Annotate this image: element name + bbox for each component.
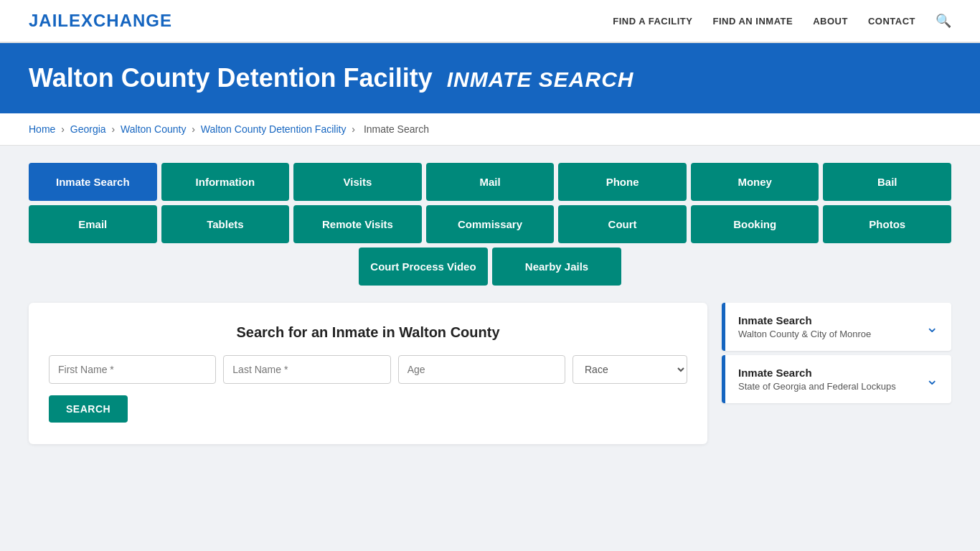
chevron-down-icon: ⌄ bbox=[925, 318, 938, 336]
last-name-input[interactable] bbox=[223, 355, 390, 384]
btn-money[interactable]: Money bbox=[691, 163, 819, 201]
nav-find-inmate[interactable]: FIND AN INMATE bbox=[712, 16, 793, 27]
inmate-search-panel: Search for an Inmate in Walton County Ra… bbox=[29, 303, 707, 444]
btn-booking[interactable]: Booking bbox=[691, 205, 819, 243]
btn-visits[interactable]: Visits bbox=[293, 163, 422, 201]
sidebar-card-walton[interactable]: Inmate Search Walton County & City of Mo… bbox=[722, 303, 951, 351]
nav-contact[interactable]: CONTACT bbox=[868, 16, 915, 27]
site-logo[interactable]: JAILEXCHANGE bbox=[29, 11, 172, 31]
page-title-main: Walton County Detention Facility bbox=[29, 63, 433, 93]
button-row-2: Email Tablets Remote Visits Commissary C… bbox=[29, 205, 951, 243]
btn-photos[interactable]: Photos bbox=[823, 205, 951, 243]
btn-email[interactable]: Email bbox=[29, 205, 157, 243]
btn-nearby-jails[interactable]: Nearby Jails bbox=[492, 248, 621, 286]
search-fields: Race White Black Hispanic Asian Other bbox=[49, 355, 687, 384]
btn-commissary[interactable]: Commissary bbox=[426, 205, 555, 243]
btn-tablets[interactable]: Tablets bbox=[161, 205, 290, 243]
breadcrumb: Home › Georgia › Walton County › Walton … bbox=[0, 113, 980, 146]
breadcrumb-current: Inmate Search bbox=[364, 123, 429, 135]
chevron-down-icon-2: ⌄ bbox=[925, 370, 938, 389]
btn-mail[interactable]: Mail bbox=[426, 163, 555, 201]
button-row-3: Court Process Video Nearby Jails bbox=[29, 248, 951, 286]
age-input[interactable] bbox=[398, 355, 565, 384]
search-button[interactable]: SEARCH bbox=[49, 395, 128, 423]
sidebar-card-1-subtitle: Walton County & City of Monroe bbox=[738, 329, 871, 339]
btn-information[interactable]: Information bbox=[161, 163, 290, 201]
btn-inmate-search[interactable]: Inmate Search bbox=[29, 163, 157, 201]
page-title-sub: INMATE SEARCH bbox=[447, 67, 634, 91]
nav-about[interactable]: ABOUT bbox=[813, 16, 848, 27]
button-row-1: Inmate Search Information Visits Mail Ph… bbox=[29, 163, 951, 201]
content-area: Search for an Inmate in Walton County Ra… bbox=[29, 303, 951, 444]
sidebar-card-1-title: Inmate Search bbox=[738, 314, 871, 326]
race-select[interactable]: Race White Black Hispanic Asian Other bbox=[573, 355, 687, 384]
breadcrumb-walton-county[interactable]: Walton County bbox=[121, 123, 186, 135]
btn-phone[interactable]: Phone bbox=[558, 163, 687, 201]
logo-exchange: EXCHANGE bbox=[69, 11, 172, 30]
main-content: Inmate Search Information Visits Mail Ph… bbox=[0, 146, 980, 461]
page-title: Walton County Detention Facility INMATE … bbox=[29, 63, 951, 93]
facility-button-grid: Inmate Search Information Visits Mail Ph… bbox=[29, 163, 951, 286]
first-name-input[interactable] bbox=[49, 355, 216, 384]
btn-remote-visits[interactable]: Remote Visits bbox=[293, 205, 422, 243]
btn-court-process-video[interactable]: Court Process Video bbox=[359, 248, 488, 286]
btn-bail[interactable]: Bail bbox=[823, 163, 951, 201]
search-icon-button[interactable]: 🔍 bbox=[936, 13, 951, 29]
search-panel-title: Search for an Inmate in Walton County bbox=[49, 324, 687, 341]
sidebar-card-2-subtitle: State of Georgia and Federal Lockups bbox=[738, 381, 896, 392]
breadcrumb-facility[interactable]: Walton County Detention Facility bbox=[201, 123, 347, 135]
logo-jail: JAIL bbox=[29, 11, 69, 30]
btn-court[interactable]: Court bbox=[558, 205, 687, 243]
hero-section: Walton County Detention Facility INMATE … bbox=[0, 43, 980, 113]
breadcrumb-georgia[interactable]: Georgia bbox=[70, 123, 106, 135]
site-header: JAILEXCHANGE FIND A FACILITY FIND AN INM… bbox=[0, 0, 980, 43]
nav-find-facility[interactable]: FIND A FACILITY bbox=[613, 16, 692, 27]
sidebar-card-2-title: Inmate Search bbox=[738, 367, 896, 379]
main-nav: FIND A FACILITY FIND AN INMATE ABOUT CON… bbox=[613, 13, 951, 29]
breadcrumb-home[interactable]: Home bbox=[29, 123, 55, 135]
sidebar-card-georgia[interactable]: Inmate Search State of Georgia and Feder… bbox=[722, 355, 951, 403]
sidebar: Inmate Search Walton County & City of Mo… bbox=[722, 303, 951, 408]
